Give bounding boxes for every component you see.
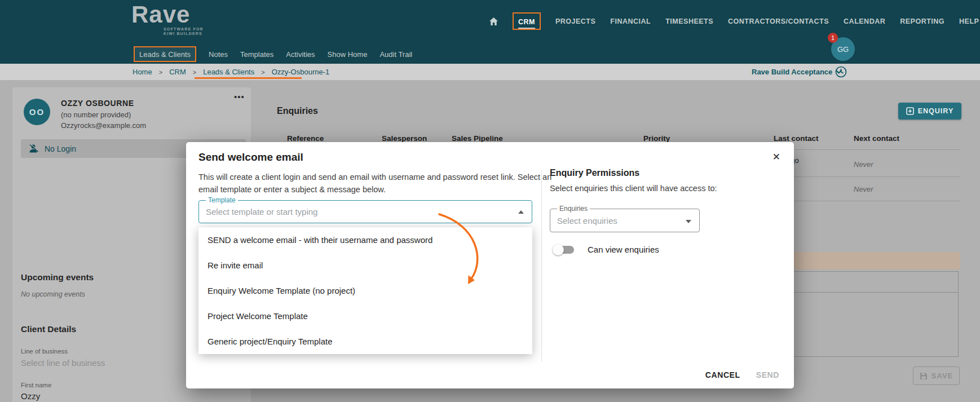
field-value-first-name[interactable]: Ozzy (21, 391, 40, 401)
enquiries-select-field[interactable]: Enquiries (550, 209, 700, 232)
save-button-label: SAVE (932, 372, 953, 380)
column-header-salesperson[interactable]: Salesperson (382, 134, 427, 143)
template-input[interactable] (206, 201, 499, 223)
main-nav: CRM PROJECTS FINANCIAL TIMESHEETS CONTRA… (489, 12, 979, 30)
client-email: Ozzyrocks@example.com (61, 121, 146, 130)
modal-actions: CANCEL SEND (705, 370, 779, 379)
close-icon[interactable]: ✕ (772, 152, 780, 162)
nav-item-projects[interactable]: PROJECTS (555, 17, 595, 25)
subnav-item-audit-trail[interactable]: Audit Trail (379, 48, 412, 61)
field-value-line-of-business[interactable]: Select line of business (21, 358, 105, 368)
toggle-label: Can view enquiries (588, 245, 659, 254)
logo-tagline: SOFTWARE FOR KIWI BUILDERS (164, 27, 204, 36)
enquiries-title: Enquiries (277, 106, 318, 116)
toggle-thumb (553, 244, 564, 255)
enquiries-input[interactable] (557, 209, 676, 232)
column-header-priority[interactable]: Priority (643, 134, 670, 143)
enquiry-permissions-title: Enquiry Permissions (550, 168, 639, 178)
logo-brand-text: Rave (131, 2, 204, 27)
send-welcome-email-modal: Send welcome email ✕ This will create a … (186, 142, 794, 388)
crm-subnav: Leads & Clients Notes Templates Activiti… (134, 46, 412, 62)
save-disk-icon (920, 372, 928, 380)
client-name: OZZY OSBOURNE (61, 99, 146, 108)
chevron-up-icon[interactable] (518, 210, 524, 214)
client-phone: (no number provided) (61, 111, 146, 119)
nav-item-crm-label: CRM (518, 18, 535, 29)
client-avatar: OO (24, 99, 50, 125)
field-label-line-of-business: Line of business (21, 348, 68, 355)
table-row-next-contact: Never (854, 185, 873, 193)
subnav-item-leads-clients-label: Leads & Clients (139, 50, 191, 59)
dropdown-option-send-welcome[interactable]: SEND a welcome email - with their userna… (198, 227, 532, 253)
subnav-item-activities[interactable]: Activities (286, 48, 315, 61)
upcoming-events-title: Upcoming events (21, 272, 94, 282)
dropdown-option-re-invite[interactable]: Re invite email (198, 253, 532, 278)
can-view-enquiries-toggle[interactable] (554, 246, 574, 254)
dropdown-option-project-welcome[interactable]: Project Welcome Template (198, 303, 532, 329)
breadcrumb-separator: > (193, 69, 196, 76)
page: Rave SOFTWARE FOR KIWI BUILDERS CRM PROJ… (0, 0, 980, 402)
breadcrumb-crm[interactable]: CRM (169, 68, 186, 76)
table-row-next-contact: Never (854, 160, 873, 169)
breadcrumb-separator: > (159, 69, 162, 76)
can-view-enquiries-row: Can view enquiries (554, 245, 659, 254)
plus-square-icon (906, 107, 914, 115)
template-select-field[interactable]: Template (198, 200, 532, 223)
column-header-sales-pipeline[interactable]: Sales Pipeline (452, 134, 503, 143)
subnav-item-leads-clients[interactable]: Leads & Clients (134, 46, 196, 62)
nav-item-crm[interactable]: CRM (513, 12, 541, 30)
nav-item-calendar[interactable]: CALENDAR (844, 17, 885, 25)
no-login-user-icon (29, 144, 39, 153)
breadcrumb-home[interactable]: Home (133, 68, 152, 76)
history-clock-icon[interactable] (835, 66, 847, 80)
notification-badge[interactable]: 1 (828, 33, 838, 43)
subnav-item-show-home[interactable]: Show Home (328, 48, 368, 61)
modal-title: Send welcome email (198, 151, 303, 164)
dropdown-option-enquiry-welcome[interactable]: Enquiry Welcome Template (no project) (198, 278, 532, 303)
login-status-label: No Login (45, 144, 76, 153)
subnav-item-notes[interactable]: Notes (209, 48, 228, 61)
rave-logo[interactable]: Rave SOFTWARE FOR KIWI BUILDERS (131, 2, 204, 36)
breadcrumb-current-page[interactable]: Ozzy-Osbourne-1 (272, 68, 330, 76)
breadcrumb-leads-clients[interactable]: Leads & Clients (203, 68, 254, 76)
enquiry-permissions-subtitle: Select enquiries this client will have a… (550, 184, 717, 193)
nav-item-financial[interactable]: FINANCIAL (610, 17, 651, 25)
top-navigation-bar: Rave SOFTWARE FOR KIWI BUILDERS CRM PROJ… (0, 0, 980, 64)
send-button[interactable]: SEND (756, 370, 779, 379)
column-header-reference[interactable]: Reference (287, 134, 324, 143)
nav-item-reporting[interactable]: REPORTING (900, 17, 944, 25)
build-selector-label: Rave Build Acceptance (752, 68, 832, 76)
add-enquiry-label: ENQUIRY (918, 107, 954, 115)
save-button[interactable]: SAVE (913, 366, 960, 385)
chevron-down-icon[interactable] (686, 220, 691, 223)
cancel-button[interactable]: CANCEL (705, 370, 740, 379)
modal-column-divider (541, 170, 542, 362)
client-header: OZZY OSBOURNE (no number provided) Ozzyr… (61, 99, 146, 132)
column-header-last-contact[interactable]: Last contact (774, 134, 819, 143)
breadcrumb-highlight-underline (195, 77, 302, 79)
subnav-item-templates[interactable]: Templates (240, 48, 273, 61)
breadcrumb-separator: > (261, 69, 264, 76)
build-selector[interactable]: Rave Build Acceptance (752, 68, 842, 76)
breadcrumb: Home > CRM > Leads & Clients > Ozzy-Osbo… (133, 68, 329, 76)
nav-item-help[interactable]: HELP (959, 17, 979, 25)
field-label-first-name: First name (21, 382, 51, 388)
dropdown-option-generic-template[interactable]: Generic project/Enquiry Template (198, 329, 532, 354)
user-avatar[interactable]: 1 GG (829, 35, 855, 61)
template-dropdown-list: SEND a welcome email - with their userna… (198, 227, 532, 354)
modal-description: This will create a client login and send… (198, 171, 564, 196)
home-icon[interactable] (489, 17, 498, 25)
upcoming-events-empty: No upcoming events (21, 290, 85, 298)
nav-item-timesheets[interactable]: TIMESHEETS (665, 17, 713, 25)
breadcrumb-bar: Home > CRM > Leads & Clients > Ozzy-Osbo… (0, 64, 980, 80)
logo-tagline-line1: SOFTWARE FOR (164, 27, 204, 32)
add-enquiry-button[interactable]: ENQUIRY (898, 103, 961, 120)
column-header-next-contact[interactable]: Next contact (854, 134, 899, 143)
logo-tagline-line2: KIWI BUILDERS (164, 32, 204, 36)
more-options-icon[interactable]: ••• (234, 92, 245, 101)
client-details-title: Client Details (21, 324, 76, 334)
nav-item-contractors-contacts[interactable]: CONTRACTORS/CONTACTS (728, 17, 829, 25)
